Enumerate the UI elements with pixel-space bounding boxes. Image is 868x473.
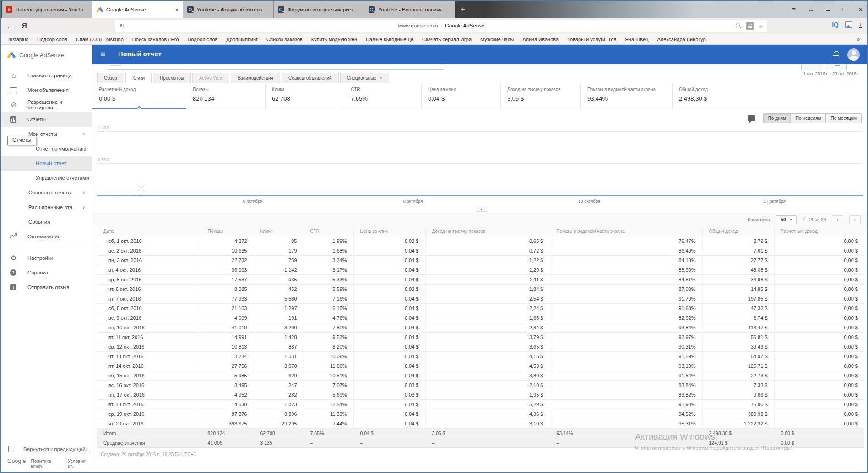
report-tab[interactable]: Active View <box>192 73 230 83</box>
granularity-button[interactable]: По месяцам <box>825 114 861 123</box>
metric-card[interactable]: Цена за клик0,04 $ <box>422 83 501 109</box>
user-avatar[interactable] <box>847 48 860 61</box>
report-name-input[interactable] <box>108 64 444 70</box>
hamburger-menu-icon[interactable]: ≡ <box>100 49 105 59</box>
column-header[interactable]: Показы <box>201 226 254 236</box>
column-header[interactable]: Общий доход <box>702 226 774 236</box>
table-cell: 14 991 <box>201 332 254 342</box>
sidebar-item[interactable]: Оптимизация <box>1 229 92 244</box>
fullscreen-icon[interactable]: ↔ <box>808 6 814 13</box>
minimize-icon[interactable]: – <box>826 5 830 13</box>
metric-card[interactable]: Общий доход2 498,30 $ <box>673 83 867 109</box>
terms-link[interactable]: Условия ис... <box>68 459 92 469</box>
chart-annotation-marker[interactable]: + <box>138 185 144 191</box>
sidebar-item[interactable]: Основные отчеты∨ <box>1 185 92 200</box>
report-tab[interactable]: Взаимодействия <box>231 73 280 83</box>
sidebar-item[interactable]: События <box>1 215 92 229</box>
bookmark-item[interactable]: Подбор слов <box>188 37 218 42</box>
yandex-logo[interactable]: Я <box>22 22 27 29</box>
url-field[interactable]: ↻ www.google.com Google AdSense ★ <box>115 20 767 32</box>
maximize-icon[interactable]: □ <box>842 6 846 13</box>
next-page-button[interactable]: › <box>849 215 861 224</box>
table-cell: пн, 10 окт. 2016 <box>97 322 201 332</box>
toolbar-button[interactable] <box>801 64 822 70</box>
calendar-button[interactable] <box>826 64 847 70</box>
bookmark-item[interactable]: Список заказов <box>266 37 303 42</box>
granularity-button[interactable]: По дням <box>764 114 791 123</box>
bookmark-item[interactable]: Скачать сериал Игра <box>422 37 472 42</box>
column-header[interactable]: Дата <box>97 226 201 236</box>
browser-tab[interactable]: Youtube - Вопросы новичк <box>364 1 455 18</box>
column-header[interactable]: CTR <box>304 226 353 236</box>
metric-card[interactable]: Клики62 708 <box>266 83 344 109</box>
lock-icon[interactable] <box>746 22 754 30</box>
rows-per-page-select[interactable]: 50 ▾ <box>776 215 797 224</box>
column-header[interactable]: Расчетный доход <box>774 226 864 236</box>
zoom-out-icon[interactable] <box>736 23 742 29</box>
tab-close-icon[interactable]: × <box>380 75 382 81</box>
bookmark-item[interactable]: Дропшиппинг <box>226 37 258 42</box>
metric-card[interactable]: Показы820 134 <box>186 83 266 109</box>
granularity-button[interactable]: По неделям <box>791 114 826 123</box>
column-header[interactable]: Клики <box>254 226 304 236</box>
sidebar-item[interactable]: Мои объявления <box>1 83 92 97</box>
sidebar-item[interactable]: Новый отчет <box>1 156 92 171</box>
iq-extension-icon[interactable]: IQ <box>832 21 839 28</box>
report-tab[interactable]: Специальные× <box>340 73 389 83</box>
bookmark-item[interactable]: Поиск каналов / Pro <box>132 37 179 42</box>
metric-card[interactable]: Показы в видимой части экрана93,44% <box>581 83 673 109</box>
image-extension-icon[interactable] <box>845 22 852 28</box>
report-tab[interactable]: Обзор <box>97 73 124 83</box>
bookmarks-overflow-icon[interactable]: » <box>857 36 860 43</box>
sidebar-item[interactable]: Расширенные отч...∨ <box>1 200 92 215</box>
chart-annotations-button[interactable] <box>746 113 758 123</box>
report-tab[interactable]: Просмотры <box>153 73 191 83</box>
bookmark-item[interactable]: Алина Иванова <box>522 37 559 42</box>
bookmark-item[interactable]: Самые выгодные це <box>366 37 413 42</box>
close-icon[interactable]: × <box>858 5 863 13</box>
sidebar-item[interactable]: Отправить отзыв <box>1 280 92 295</box>
notifications-bell-icon[interactable] <box>833 51 839 57</box>
bookmark-star-icon[interactable]: ★ <box>758 23 764 29</box>
privacy-link[interactable]: Политика конф... <box>31 459 63 469</box>
bookmark-item[interactable]: Подбор слов <box>37 37 67 42</box>
report-tab[interactable]: Клики <box>125 73 152 83</box>
table-cell: 0,00 $ <box>774 419 864 428</box>
metric-card[interactable]: CTR7,65% <box>344 83 422 109</box>
bookmark-item[interactable]: Спам (233) - piskuno <box>76 37 124 42</box>
tab-close-icon[interactable]: × <box>173 6 179 13</box>
sidebar-item[interactable]: ⚙Настройки <box>1 251 92 265</box>
adsense-logo[interactable]: Google AdSense <box>1 45 92 65</box>
ads-icon <box>8 86 19 94</box>
sidebar-item[interactable]: ⌂Главная страница <box>1 68 92 83</box>
column-header[interactable]: Доход на тысячу показов <box>425 226 550 236</box>
browser-tab[interactable]: Google AdSense× <box>92 1 183 18</box>
metric-card[interactable]: Расчетный доход0,00 $ <box>92 83 186 109</box>
chart-collapse-button[interactable]: ▴ <box>476 206 487 212</box>
bookmark-item[interactable]: Яна Швец <box>625 37 648 42</box>
metric-card[interactable]: Доход на тысячу показов3,05 $ <box>501 83 581 109</box>
browser-tab[interactable]: Форум об интернет-маркет <box>274 1 364 18</box>
menu-icon[interactable]: ≡ <box>792 5 796 13</box>
previous-page-button[interactable]: ‹ <box>832 215 843 224</box>
column-header[interactable]: Цена за клик <box>353 226 425 236</box>
sidebar-item[interactable]: Справка <box>1 265 92 280</box>
sidebar-item[interactable]: Отчеты <box>1 112 92 127</box>
table-row: вс, 2 окт. 201610 6351791,68%0,04 $0,72 … <box>97 246 864 255</box>
back-to-previous-link[interactable]: Вернуться к предыдущей... <box>1 441 92 457</box>
bookmark-item[interactable]: Instaplus <box>8 37 28 42</box>
column-header[interactable]: Показы в видимой части экрана <box>550 226 702 236</box>
download-icon[interactable]: ↓ <box>859 22 862 28</box>
bookmark-item[interactable]: Мужские часы <box>480 37 514 42</box>
report-tab[interactable]: Сеансы объявлений <box>282 73 339 83</box>
browser-tab[interactable]: Youtube - Форум об интерн <box>183 1 274 18</box>
sidebar-item[interactable]: Управление отчетами <box>1 171 92 185</box>
back-icon[interactable]: ← <box>6 22 14 30</box>
new-tab-button[interactable]: + <box>455 1 471 18</box>
bookmark-item[interactable]: Товары и услуги. Тов <box>567 37 616 42</box>
table-cell: 282 <box>254 390 304 399</box>
bookmark-item[interactable]: Купить модную жен <box>311 37 357 42</box>
browser-tab[interactable]: Панель управления - YouTu <box>2 1 92 18</box>
sidebar-item[interactable]: ⊘Разрешение и блокирова... <box>1 97 92 112</box>
bookmark-item[interactable]: Александра Винокур <box>657 37 706 42</box>
